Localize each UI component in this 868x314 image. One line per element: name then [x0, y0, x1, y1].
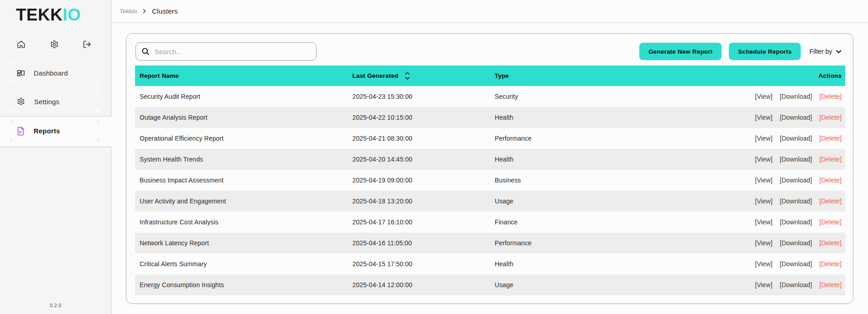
download-link[interactable]: [Download]: [780, 260, 812, 268]
filter-by-dropdown[interactable]: Filter by: [809, 48, 842, 55]
schedule-reports-button[interactable]: Schedule Reports: [729, 43, 801, 60]
last-generated-cell: 2025-04-14 12:00:00: [352, 281, 495, 289]
download-link[interactable]: [Download]: [780, 281, 812, 289]
chevron-right-icon: [142, 9, 147, 14]
reports-toolbar: Generate New Report Schedule Reports Fil…: [135, 42, 842, 61]
delete-link[interactable]: [Delete]: [819, 93, 842, 100]
sidebar-item-reports[interactable]: Reports: [10, 120, 99, 141]
last-generated-cell: 2025-04-20 14:45:00: [352, 156, 495, 163]
table-row: Network Latency Report 2025-04-16 11:05:…: [135, 233, 845, 253]
delete-link[interactable]: [Delete]: [819, 260, 842, 268]
table-row: Business Impact Assessment 2025-04-19 09…: [135, 170, 845, 191]
file-icon: [17, 127, 25, 135]
download-link[interactable]: [Download]: [780, 135, 812, 142]
table-row: Energy Consumption Insights 2025-04-14 1…: [135, 274, 845, 295]
search-icon: [141, 47, 150, 56]
report-name-cell: Security Audit Report: [135, 93, 352, 100]
row-actions: [View] [Download] [Delete]: [732, 93, 845, 100]
download-link[interactable]: [Download]: [780, 177, 812, 184]
delete-link[interactable]: [Delete]: [819, 239, 842, 247]
table-row: Security Audit Report 2025-04-23 15:30:0…: [135, 86, 845, 107]
download-link[interactable]: [Download]: [780, 93, 812, 100]
report-type-cell: Health: [495, 156, 732, 163]
view-link[interactable]: [View]: [755, 239, 772, 247]
table-row: Operational Efficiency Report 2025-04-21…: [135, 128, 845, 149]
sidebar-item-settings[interactable]: Settings: [10, 91, 99, 112]
column-header-actions: Actions: [732, 72, 845, 79]
last-generated-cell: 2025-04-18 13:20:00: [352, 198, 495, 205]
row-actions: [View] [Download] [Delete]: [732, 156, 845, 163]
gear-icon: [17, 97, 25, 106]
chevron-down-icon: [835, 48, 842, 55]
column-header-last-generated[interactable]: Last Generated: [352, 71, 495, 81]
table-row: Outage Analysis Report 2025-04-22 10:15:…: [135, 107, 845, 128]
toolbar-actions: Generate New Report Schedule Reports Fil…: [639, 43, 842, 60]
last-generated-cell: 2025-04-23 15:30:00: [352, 93, 495, 100]
download-link[interactable]: [Download]: [780, 198, 812, 205]
sidebar-item-label: Settings: [34, 98, 60, 106]
column-header-report-name[interactable]: Report Name: [135, 72, 352, 79]
last-generated-cell: 2025-04-16 11:05:00: [352, 239, 495, 247]
view-link[interactable]: [View]: [755, 135, 772, 142]
breadcrumb-root[interactable]: Tekkio: [120, 8, 137, 15]
filter-by-label: Filter by: [809, 48, 832, 55]
view-link[interactable]: [View]: [755, 93, 772, 100]
home-icon[interactable]: [17, 40, 25, 49]
last-generated-cell: 2025-04-15 17:50:00: [352, 260, 495, 268]
generate-new-report-button[interactable]: Generate New Report: [639, 43, 722, 60]
last-generated-cell: 2025-04-17 16:10:00: [352, 218, 495, 226]
row-actions: [View] [Download] [Delete]: [732, 239, 845, 247]
delete-link[interactable]: [Delete]: [819, 281, 842, 289]
download-link[interactable]: [Download]: [780, 156, 812, 163]
logout-icon[interactable]: [83, 40, 91, 49]
table-row: Critical Alerts Summary 2025-04-15 17:50…: [135, 253, 845, 274]
view-link[interactable]: [View]: [755, 114, 772, 121]
row-actions: [View] [Download] [Delete]: [732, 260, 845, 268]
reports-table: Report Name Last Generated Type Actions …: [135, 66, 845, 295]
last-generated-cell: 2025-04-22 10:15:00: [352, 114, 495, 121]
view-link[interactable]: [View]: [755, 260, 772, 268]
table-row: User Activity and Engagement 2025-04-18 …: [135, 191, 845, 212]
table-row: System Health Trends 2025-04-20 14:45:00…: [135, 149, 845, 170]
gear-icon[interactable]: [50, 40, 59, 49]
search-input[interactable]: [155, 48, 311, 56]
download-link[interactable]: [Download]: [780, 239, 812, 247]
sidebar-quick-icons: [17, 40, 91, 49]
report-type-cell: Business: [495, 177, 732, 184]
sidebar-item-dashboard[interactable]: Dashboard: [10, 62, 99, 83]
report-type-cell: Security: [495, 93, 732, 100]
delete-link[interactable]: [Delete]: [819, 135, 842, 142]
table-body: Security Audit Report 2025-04-23 15:30:0…: [135, 86, 845, 295]
last-generated-cell: 2025-04-19 09:00:00: [352, 177, 495, 184]
row-actions: [View] [Download] [Delete]: [732, 281, 845, 289]
delete-link[interactable]: [Delete]: [819, 198, 842, 205]
report-name-cell: Network Latency Report: [135, 239, 352, 247]
app-version: 0.2.0: [0, 303, 111, 308]
report-name-cell: System Health Trends: [135, 156, 352, 163]
report-name-cell: Operational Efficiency Report: [135, 135, 352, 142]
delete-link[interactable]: [Delete]: [819, 218, 842, 226]
report-name-cell: Business Impact Assessment: [135, 177, 352, 184]
report-type-cell: Performance: [495, 239, 732, 247]
download-link[interactable]: [Download]: [780, 114, 812, 121]
sort-icon[interactable]: [405, 71, 410, 81]
download-link[interactable]: [Download]: [780, 218, 812, 226]
brand-logo-accent: IO: [63, 5, 81, 24]
dashboard-icon: [17, 69, 25, 77]
view-link[interactable]: [View]: [755, 177, 772, 184]
delete-link[interactable]: [Delete]: [819, 156, 842, 163]
view-link[interactable]: [View]: [755, 156, 772, 163]
sidebar-top-panel: TEKKIO Dashboard Settings: [0, 0, 111, 116]
column-header-type[interactable]: Type: [495, 72, 732, 79]
row-actions: [View] [Download] [Delete]: [732, 177, 845, 184]
delete-link[interactable]: [Delete]: [819, 177, 842, 184]
view-link[interactable]: [View]: [755, 218, 772, 226]
search-box[interactable]: [135, 42, 316, 61]
reports-card: Generate New Report Schedule Reports Fil…: [126, 33, 853, 304]
view-link[interactable]: [View]: [755, 198, 772, 205]
sidebar-item-label: Reports: [34, 127, 60, 135]
report-type-cell: Performance: [495, 135, 732, 142]
view-link[interactable]: [View]: [755, 281, 772, 289]
report-name-cell: Energy Consumption Insights: [135, 281, 352, 289]
delete-link[interactable]: [Delete]: [819, 114, 842, 121]
